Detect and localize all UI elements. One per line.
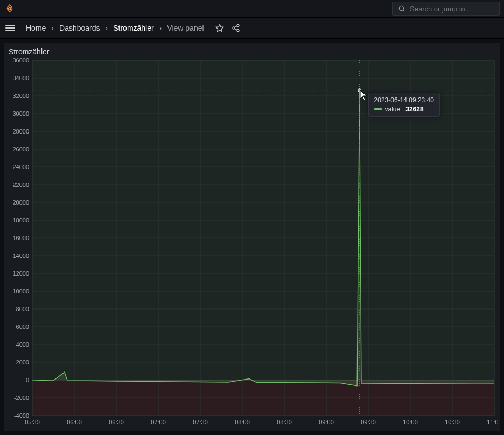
svg-text:09:00: 09:00 — [319, 419, 334, 425]
menu-toggle-icon[interactable] — [5, 22, 18, 34]
breadcrumb-bar: Home › Dashboards › Stromzähler › View p… — [0, 17, 504, 39]
svg-marker-3 — [216, 24, 223, 31]
svg-text:24000: 24000 — [12, 164, 29, 170]
svg-text:11:00: 11:00 — [487, 419, 498, 425]
svg-text:12000: 12000 — [12, 270, 29, 277]
svg-text:22000: 22000 — [12, 181, 29, 188]
svg-text:05:30: 05:30 — [25, 419, 40, 425]
svg-text:08:30: 08:30 — [277, 419, 292, 425]
svg-text:18000: 18000 — [12, 217, 29, 223]
svg-text:-4000: -4000 — [14, 412, 29, 419]
time-series-chart[interactable]: -4000-2000020004000600080001000012000140… — [6, 58, 498, 429]
global-search[interactable] — [392, 2, 500, 16]
svg-text:09:30: 09:30 — [361, 419, 376, 425]
breadcrumb-dashboard-name[interactable]: Stromzähler — [112, 23, 155, 33]
chart-area[interactable]: -4000-2000020004000600080001000012000140… — [6, 58, 498, 429]
svg-text:06:00: 06:00 — [67, 419, 82, 425]
panel-title[interactable]: Stromzähler — [4, 43, 500, 56]
panel-container: Stromzähler -4000-2000020004000600080001… — [0, 39, 504, 435]
svg-point-5 — [233, 27, 235, 29]
svg-text:28000: 28000 — [12, 128, 29, 135]
svg-line-2 — [403, 10, 405, 12]
svg-point-4 — [237, 24, 239, 26]
chevron-right-icon: › — [51, 24, 54, 32]
time-series-panel: Stromzähler -4000-2000020004000600080001… — [4, 43, 500, 431]
svg-point-6 — [237, 30, 239, 32]
svg-text:26000: 26000 — [12, 146, 29, 152]
svg-text:30000: 30000 — [12, 110, 29, 117]
svg-text:4000: 4000 — [16, 341, 29, 348]
svg-text:34000: 34000 — [12, 75, 29, 81]
search-input[interactable] — [409, 4, 489, 13]
svg-text:8000: 8000 — [16, 306, 29, 312]
svg-text:10:00: 10:00 — [403, 419, 418, 425]
svg-point-81 — [358, 89, 361, 92]
svg-line-8 — [234, 29, 237, 30]
svg-text:08:00: 08:00 — [235, 419, 250, 425]
svg-point-1 — [399, 6, 403, 10]
star-icon[interactable] — [215, 23, 225, 33]
svg-text:-2000: -2000 — [14, 395, 29, 401]
search-icon — [398, 5, 405, 12]
svg-text:07:00: 07:00 — [151, 419, 166, 425]
svg-text:32000: 32000 — [12, 93, 29, 99]
svg-text:07:30: 07:30 — [193, 419, 208, 425]
svg-line-7 — [234, 26, 237, 27]
svg-text:10:30: 10:30 — [445, 419, 460, 425]
breadcrumb-view-panel: View panel — [166, 23, 205, 33]
svg-text:36000: 36000 — [12, 58, 29, 64]
svg-text:2000: 2000 — [16, 359, 29, 366]
share-icon[interactable] — [231, 23, 241, 33]
grafana-logo-icon[interactable] — [4, 3, 15, 14]
top-bar — [0, 0, 504, 17]
chevron-right-icon: › — [159, 24, 162, 32]
svg-text:14000: 14000 — [12, 252, 29, 259]
chevron-right-icon: › — [106, 24, 108, 32]
breadcrumb-dashboards[interactable]: Dashboards — [58, 23, 101, 33]
svg-text:20000: 20000 — [12, 199, 29, 206]
svg-text:6000: 6000 — [16, 324, 29, 330]
svg-text:16000: 16000 — [12, 235, 29, 241]
svg-text:06:30: 06:30 — [109, 419, 124, 425]
svg-text:0: 0 — [26, 377, 29, 383]
breadcrumb-home[interactable]: Home — [25, 23, 47, 33]
svg-text:10000: 10000 — [12, 288, 29, 294]
